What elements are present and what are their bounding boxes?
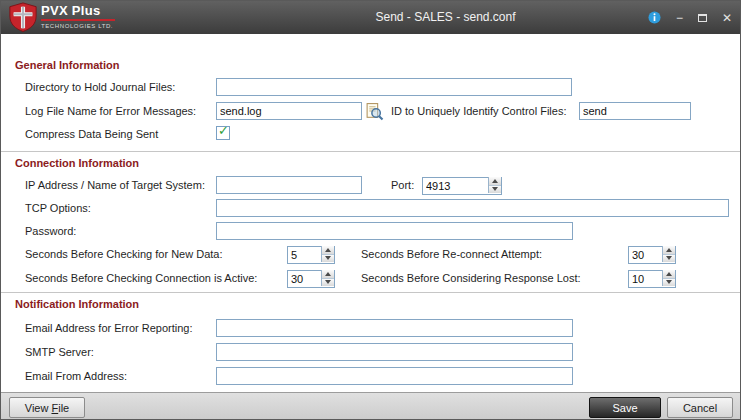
port-label: Port: (391, 179, 414, 191)
spin-up-button[interactable] (663, 246, 675, 254)
checkmark-icon: ✓ (218, 123, 229, 138)
ip-label: IP Address / Name of Target System: (25, 179, 205, 191)
reconnect-label: Seconds Before Re-connect Attempt: (361, 248, 542, 260)
save-button[interactable]: Save (589, 397, 661, 418)
port-spinner (422, 176, 502, 194)
password-input[interactable] (216, 222, 573, 240)
section-divider (1, 292, 741, 293)
maximize-icon[interactable] (698, 14, 707, 22)
spin-down-button[interactable] (663, 254, 675, 263)
send-config-window: PVX Plus TECHNOLOGIES LTD. Send - SALES … (0, 0, 741, 420)
logfile-input[interactable] (216, 102, 362, 120)
spin-up-button[interactable] (322, 270, 334, 278)
spin-down-button[interactable] (322, 254, 334, 263)
tcp-options-label: TCP Options: (25, 202, 91, 214)
spin-down-button[interactable] (322, 278, 334, 287)
titlebar[interactable]: PVX Plus TECHNOLOGIES LTD. Send - SALES … (1, 1, 740, 34)
spin-up-button[interactable] (663, 270, 675, 278)
directory-label: Directory to Hold Journal Files: (25, 81, 175, 93)
email-error-label: Email Address for Error Reporting: (25, 322, 193, 334)
ip-input[interactable] (216, 176, 362, 194)
spin-down-button[interactable] (489, 185, 501, 194)
logfile-label: Log File Name for Error Messages: (25, 105, 196, 117)
section-divider (1, 151, 741, 152)
response-lost-spinner (628, 269, 676, 287)
control-id-input[interactable] (579, 102, 691, 120)
smtp-label: SMTP Server: (25, 346, 94, 358)
pvx-shield-logo-icon (8, 2, 38, 32)
conn-active-spinner (287, 269, 335, 287)
spin-down-button[interactable] (663, 278, 675, 287)
spin-up-button[interactable] (489, 177, 501, 185)
window-controls: − ✕ (648, 1, 732, 34)
minimize-icon[interactable]: − (676, 12, 683, 24)
section-heading-general: General Information (15, 59, 120, 71)
compress-checkbox[interactable]: ✓ (216, 126, 230, 140)
tcp-options-input[interactable] (216, 199, 729, 217)
close-icon[interactable]: ✕ (722, 12, 732, 24)
browse-file-icon[interactable] (365, 102, 384, 121)
control-id-label: ID to Uniquely Identify Control Files: (391, 105, 566, 117)
logo-red-rule (41, 19, 115, 21)
password-label: Password: (25, 225, 76, 237)
logo-brand-name: PVX Plus (41, 4, 115, 17)
spin-up-button[interactable] (322, 246, 334, 254)
section-heading-notification: Notification Information (15, 298, 139, 310)
section-heading-connection: Connection Information (15, 157, 139, 169)
reconnect-spinner (628, 245, 676, 263)
logo-subtitle: TECHNOLOGIES LTD. (41, 23, 115, 29)
new-data-spinner (287, 245, 335, 263)
response-lost-label: Seconds Before Considering Response Lost… (361, 272, 581, 284)
port-spin-buttons (488, 177, 501, 193)
logo-text: PVX Plus TECHNOLOGIES LTD. (41, 4, 115, 29)
email-error-input[interactable] (216, 319, 573, 337)
new-data-label: Seconds Before Checking for New Data: (25, 248, 223, 260)
email-from-input[interactable] (216, 367, 573, 385)
directory-input[interactable] (216, 78, 572, 96)
info-icon[interactable] (648, 11, 661, 24)
conn-active-label: Seconds Before Checking Connection is Ac… (25, 272, 257, 284)
smtp-input[interactable] (216, 343, 573, 361)
compress-label: Compress Data Being Sent (25, 128, 158, 140)
cancel-button[interactable]: Cancel (667, 397, 733, 418)
email-from-label: Email From Address: (25, 370, 127, 382)
view-file-button[interactable]: View File (9, 397, 85, 418)
footer-bar: View File Save Cancel (1, 392, 741, 420)
